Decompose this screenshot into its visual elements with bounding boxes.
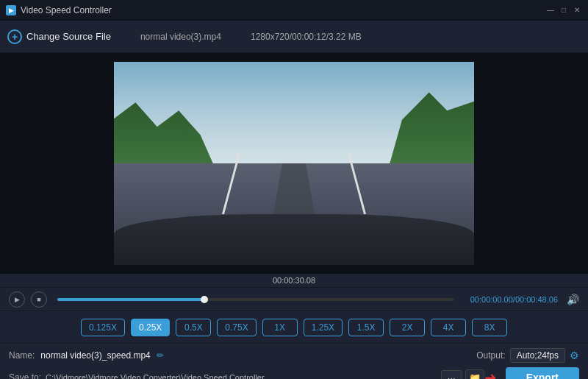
window-controls: — □ ✕	[545, 5, 582, 15]
progress-thumb	[201, 296, 208, 303]
bottom-area: Name: normal video(3)_speed.mp4 ✏ Output…	[0, 343, 588, 379]
save-label: Save to:	[9, 372, 41, 379]
save-section: Save to: C:\Vidmore\Vidmore Video Conver…	[9, 372, 441, 379]
speed-btn-8x[interactable]: 8X	[472, 319, 507, 336]
plus-icon: +	[7, 29, 22, 44]
output-section: Output: Auto;24fps ⚙	[476, 348, 579, 363]
minimize-button[interactable]: —	[545, 5, 556, 15]
current-time-display: 00:00:30.08	[273, 276, 315, 285]
change-source-label: Change Source File	[26, 31, 111, 42]
output-value: Auto;24fps	[510, 348, 565, 363]
export-button[interactable]: Export	[506, 367, 579, 379]
speed-btn-0125x[interactable]: 0.125X	[81, 319, 125, 336]
speed-btn-4x[interactable]: 4X	[431, 319, 466, 336]
file-name-value: normal video(3)_speed.mp4	[40, 350, 150, 361]
app-icon: ▶	[6, 5, 16, 15]
title-bar-left: ▶ Video Speed Controller	[6, 5, 112, 15]
time-row: 00:00:30.08	[0, 274, 588, 287]
arrow-icon: ➜	[484, 369, 497, 379]
output-settings-button[interactable]: ⚙	[570, 350, 579, 361]
video-area	[0, 53, 588, 274]
speed-btn-125x[interactable]: 1.25X	[304, 319, 343, 336]
title-bar: ▶ Video Speed Controller — □ ✕	[0, 0, 588, 21]
time-range-display: 00:00:00.00/00:00:48.06	[470, 295, 558, 304]
file-meta: 1280x720/00:00:12/3.22 MB	[251, 32, 362, 42]
open-folder-button[interactable]: 📁	[465, 369, 484, 379]
volume-button[interactable]: 🔊	[567, 294, 579, 305]
speed-btn-075x[interactable]: 0.75X	[217, 319, 256, 336]
app-title: Video Speed Controller	[21, 5, 112, 15]
controls-bar: ▶ ■ 00:00:00.00/00:00:48.06 🔊	[0, 287, 588, 311]
browse-path-button[interactable]: ···	[441, 370, 462, 380]
play-button[interactable]: ▶	[9, 291, 25, 308]
speed-btn-15x[interactable]: 1.5X	[348, 319, 384, 336]
speed-bar: 0.125X 0.25X 0.5X 0.75X 1X 1.25X 1.5X 2X…	[0, 311, 588, 343]
speed-btn-05x[interactable]: 0.5X	[176, 319, 211, 336]
progress-track[interactable]	[57, 298, 454, 301]
name-output-row: Name: normal video(3)_speed.mp4 ✏ Output…	[9, 348, 579, 363]
speed-btn-2x[interactable]: 2X	[390, 319, 425, 336]
change-source-button[interactable]: + Change Source File	[7, 29, 111, 44]
speed-btn-025x[interactable]: 0.25X	[131, 319, 170, 336]
progress-fill	[57, 298, 204, 301]
name-section: Name: normal video(3)_speed.mp4 ✏	[9, 350, 164, 361]
close-button[interactable]: ✕	[572, 5, 582, 15]
video-preview	[114, 62, 474, 265]
toolbar: + Change Source File normal video(3).mp4…	[0, 21, 588, 53]
name-label: Name:	[9, 350, 35, 361]
speed-btn-1x[interactable]: 1X	[262, 319, 298, 336]
stop-button[interactable]: ■	[31, 291, 47, 308]
file-name: normal video(3).mp4	[140, 32, 221, 42]
save-path-value: C:\Vidmore\Vidmore Video Converter\Video…	[46, 373, 441, 379]
maximize-button[interactable]: □	[559, 5, 569, 15]
output-label: Output:	[476, 350, 505, 361]
edit-name-button[interactable]: ✏	[157, 350, 164, 361]
save-actions: ··· 📁	[441, 369, 484, 379]
video-dashboard	[114, 214, 474, 265]
export-row: Save to: C:\Vidmore\Vidmore Video Conver…	[9, 367, 579, 379]
